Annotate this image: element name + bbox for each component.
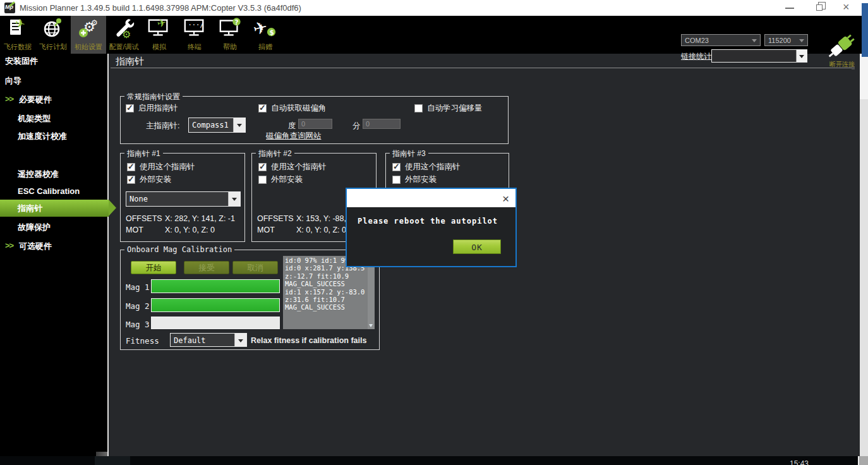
accept-button: 接受 [184,261,229,274]
compass2-offsets: OFFSETSX: 153, Y: -88, Z: [257,214,356,223]
toolbar-config-tuning[interactable]: ⚙ 配置/调试 [106,16,142,54]
compass3-use-row: 使用这个指南针 [392,162,461,172]
scroll-down-icon [369,324,373,327]
page-title: 指南针 [116,56,144,68]
svg-text:···/: ···/ [188,21,204,28]
compass2-external-row: 外部安装 [258,174,303,185]
start-button[interactable]: 开始 [131,261,176,274]
toolbar-flight-plan[interactable]: 飞行计划 [35,16,71,54]
auto-learn-offsets-checkbox[interactable] [414,104,423,112]
general-compass-settings-group: 常规指南针设置 启用指南针 自动获取磁偏角 自动学习偏移量 主指南针: Comp… [120,96,509,144]
link-stats-select[interactable] [711,49,807,63]
sidebar-section-optional-hardware[interactable]: >>可选硬件 [0,241,109,252]
restore-icon [816,4,823,11]
chevron-down-button[interactable] [233,118,245,132]
chevron-down-icon [232,198,237,201]
sidebar-item-failsafe[interactable]: 故障保护 [0,222,109,233]
compass3-use-checkbox[interactable] [392,163,401,171]
minutes-field: 0 [363,119,401,129]
flight-data-icon: ✈ [7,17,28,39]
fitness-hint: Relax fitness if calibration fails [251,336,366,345]
chevron-down-icon [237,124,242,127]
compass2-use-checkbox[interactable] [258,163,267,171]
log-line: z:31.6 fit:10.7 [285,296,367,303]
chevron-down-button[interactable] [234,334,246,346]
auto-declination-checkbox[interactable] [258,104,267,112]
toolbar-help[interactable]: ? 帮助 [212,16,248,54]
compass1-use-checkbox[interactable] [127,163,135,171]
svg-text:✈: ✈ [253,17,269,39]
compass1-orientation-select[interactable]: None [126,191,241,207]
show-desktop-corner[interactable] [859,456,868,465]
primary-compass-select[interactable]: Compass1 [188,118,246,133]
com-port-select[interactable]: COM23 [681,34,761,46]
help-icon: ? [218,17,242,39]
chevron-down-icon [799,55,804,58]
close-button[interactable]: × [838,0,859,16]
dialog-close-icon[interactable]: × [502,190,509,208]
sidebar-section-mandatory-hardware[interactable]: >>必要硬件 [0,94,109,106]
compass2-external-checkbox[interactable] [258,176,267,184]
compass3-external-row: 外部安装 [392,174,437,185]
donate-icon: ✈ $ [253,17,277,39]
toolbar-terminal[interactable]: ···/ 终端 [177,16,212,54]
config-tuning-icon: ⚙ [113,17,135,39]
reboot-dialog-message: Please reboot the autopilot [358,217,498,226]
chevron-down-button[interactable] [228,192,240,206]
restore-button[interactable] [809,0,830,16]
sidebar-item-install-firmware[interactable]: 安装固件 [0,56,109,67]
sidebar-item-wizard[interactable]: 向导 [0,75,109,87]
svg-text:✈: ✈ [14,17,27,31]
toolbar-flight-data[interactable]: ✈ 飞行数据 [0,16,35,54]
window-title: Mission Planner 1.3.49.5 build 1.1.6498.… [20,0,301,16]
title-separator [111,68,853,68]
chevron-down-icon [238,339,243,342]
main-toolbar: ✈ 飞行数据 飞行计划 ⚙ ⚙ [0,16,868,54]
chevron-down-button[interactable] [796,50,807,62]
svg-text:⚙: ⚙ [122,28,131,39]
mag2-progress-bar [151,298,280,312]
compass2-mot: MOTX: 0, Y: 0, Z: 0 [257,226,346,234]
sidebar-item-esc-calibration[interactable]: ESC Calibration [0,186,109,198]
compass1-group: 指南针 #1 使用这个指南针 外部安装 None OFFSETSX: 282, … [120,153,245,242]
main-vertical-scrollbar[interactable] [860,54,868,456]
minimize-icon [785,8,794,9]
reboot-dialog-titlebar: × [347,189,515,207]
sidebar-item-accel-calibration[interactable]: 加速度计校准 [0,131,109,142]
taskbar-app-button[interactable] [95,456,130,465]
cancel-button: 取消 [232,261,278,274]
disconnect-button[interactable]: 断开连接 [823,33,861,69]
fitness-select[interactable]: Default [170,333,247,347]
svg-text:✈: ✈ [156,17,167,30]
degrees-label: 度 [288,121,296,131]
compass3-external-checkbox[interactable] [392,176,401,184]
sidebar-item-radio-calibration[interactable]: 遥控器校准 [0,169,109,180]
onboard-mag-calibration-group: Onboard Mag Calibration 开始 接受 取消 Mag 1 M… [120,250,380,350]
taskbar-clock: 15:43 [790,459,809,465]
toolbar-simulation[interactable]: ✈ 模拟 [142,16,177,54]
mag1-progress-bar [151,279,280,293]
minimize-button[interactable] [779,0,800,16]
baud-rate-select[interactable]: 115200 [764,34,808,46]
sidebar-item-compass-selected[interactable]: 指南针 [0,200,109,217]
toolbar-donate[interactable]: ✈ $ 捐赠 [248,16,283,54]
enable-compass-checkbox[interactable] [126,104,134,112]
sidebar-item-frame-type[interactable]: 机架类型 [0,113,109,124]
fitness-label: Fitness [126,336,159,346]
window-titlebar: Mp Mission Planner 1.3.49.5 build 1.1.64… [0,0,868,16]
link-stats-link[interactable]: 链接统计 [681,51,711,62]
plug-icon [823,33,859,61]
auto-learn-offsets-checkbox-row: 自动学习偏移量 [414,103,483,114]
declination-website-link[interactable]: 磁偏角查询网站 [266,131,322,142]
compass1-external-checkbox[interactable] [127,176,135,184]
dialog-ok-button[interactable]: OK [453,239,501,254]
mission-planner-window: Mp Mission Planner 1.3.49.5 build 1.1.64… [0,0,868,465]
sidebar-grip [96,452,107,456]
compass1-external-row: 外部安装 [127,174,171,185]
minutes-label: 分 [353,121,361,131]
toolbar-initial-setup[interactable]: ⚙ ⚙ 初始设置 [71,16,106,54]
svg-text:?: ? [235,18,239,26]
auto-declination-checkbox-row: 自动获取磁偏角 [258,103,327,114]
os-taskbar: 15:43 [0,456,868,465]
close-icon: × [843,0,850,15]
